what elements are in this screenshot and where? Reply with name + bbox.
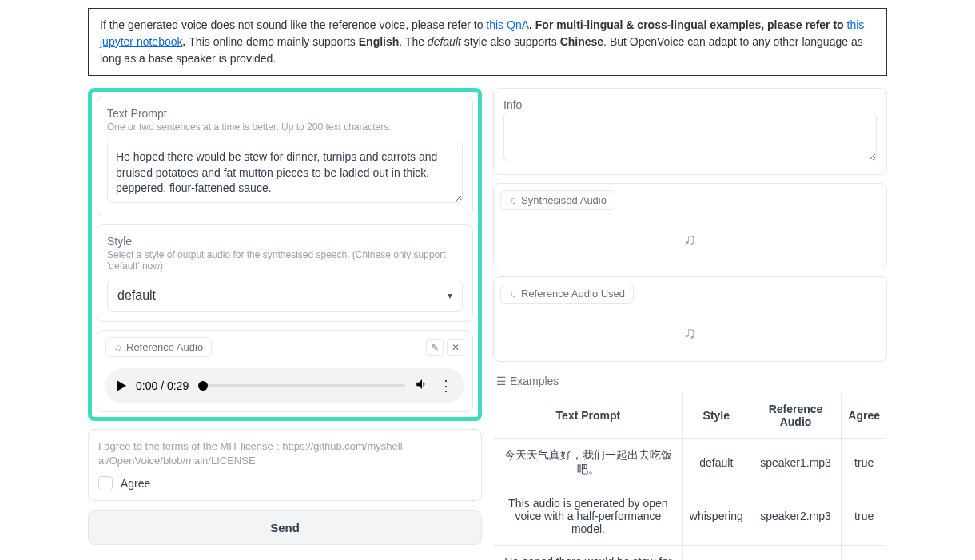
volume-button[interactable] bbox=[415, 377, 429, 395]
reference-audio-used-label: Reference Audio Used bbox=[521, 288, 625, 300]
input-section-highlighted: Text Prompt One or two sentences at a ti… bbox=[88, 88, 482, 421]
info-panel: Info bbox=[493, 88, 887, 175]
info-label: Info bbox=[503, 98, 877, 111]
notice-text: This online demo mainly supports bbox=[189, 35, 358, 48]
style-panel: Style Select a style of output audio for… bbox=[97, 224, 473, 322]
style-hint: Select a style of output audio for the s… bbox=[107, 249, 463, 272]
synthesised-audio-empty: ♫ bbox=[494, 210, 886, 268]
style-select[interactable]: default ▾ bbox=[107, 280, 463, 312]
example-agree bbox=[842, 546, 887, 560]
music-icon: ♫ bbox=[114, 342, 121, 353]
pencil-icon: ✎ bbox=[431, 342, 439, 353]
example-style: whispering bbox=[682, 487, 750, 546]
qna-link[interactable]: this QnA bbox=[486, 18, 529, 31]
music-icon: ♫ bbox=[684, 324, 696, 342]
style-label: Style bbox=[107, 235, 463, 248]
clear-button[interactable]: ✕ bbox=[447, 339, 464, 356]
send-button[interactable]: Send bbox=[88, 510, 482, 545]
notice-banner: If the generated voice does not sound li… bbox=[88, 8, 887, 76]
table-row[interactable]: 今天天气真好，我们一起出去吃饭吧。 default speaker1.mp3 t… bbox=[494, 439, 887, 487]
table-row[interactable]: He hoped there would be stew for bbox=[494, 546, 887, 560]
reference-audio-used-tab: ♫ Reference Audio Used bbox=[500, 284, 634, 304]
music-icon: ♫ bbox=[509, 195, 516, 206]
examples-table: Text Prompt Style Reference Audio Agree … bbox=[493, 392, 887, 560]
examples-header-ref: Reference Audio bbox=[750, 393, 842, 439]
reference-audio-label: Reference Audio bbox=[126, 341, 203, 353]
dots-icon: ⋮ bbox=[439, 378, 453, 394]
example-prompt: 今天天气真好，我们一起出去吃饭吧。 bbox=[494, 439, 683, 487]
close-icon: ✕ bbox=[452, 342, 460, 353]
example-prompt: This audio is generated by open voice wi… bbox=[494, 487, 683, 546]
play-icon bbox=[117, 380, 126, 391]
reference-audio-used-panel: ♫ Reference Audio Used ♫ bbox=[493, 276, 887, 362]
table-row[interactable]: This audio is generated by open voice wi… bbox=[494, 487, 887, 546]
notice-text: . The bbox=[399, 35, 428, 48]
audio-player: 0:00 / 0:29 ⋮ bbox=[105, 368, 464, 403]
notice-text: style also supports bbox=[461, 35, 560, 48]
progress-knob bbox=[198, 381, 208, 391]
play-button[interactable] bbox=[117, 380, 126, 391]
synthesised-audio-tab: ♫ Synthesised Audio bbox=[500, 190, 615, 210]
example-ref: speaker1.mp3 bbox=[750, 439, 842, 487]
example-prompt: He hoped there would be stew for bbox=[494, 546, 683, 560]
examples-label: ☰ Examples bbox=[493, 370, 887, 392]
chevron-down-icon: ▾ bbox=[448, 290, 452, 301]
license-text: I agree to the terms of the MIT license-… bbox=[98, 439, 472, 468]
notice-text: If the generated voice does not sound li… bbox=[100, 18, 486, 31]
synthesised-audio-label: Synthesised Audio bbox=[521, 194, 607, 206]
synthesised-audio-panel: ♫ Synthesised Audio ♫ bbox=[493, 183, 887, 268]
reference-audio-panel: ♫ Reference Audio ✎ ✕ 0:00 / 0:29 bbox=[97, 330, 473, 412]
music-icon: ♫ bbox=[509, 288, 516, 300]
volume-icon bbox=[415, 377, 429, 391]
music-icon: ♫ bbox=[684, 230, 696, 248]
audio-time: 0:00 / 0:29 bbox=[136, 379, 189, 392]
text-prompt-panel: Text Prompt One or two sentences at a ti… bbox=[97, 97, 473, 216]
notice-default: default bbox=[428, 35, 461, 48]
info-textarea[interactable] bbox=[503, 113, 877, 161]
example-style bbox=[682, 546, 750, 560]
notice-chinese: Chinese bbox=[560, 35, 603, 48]
text-prompt-hint: One or two sentences at a time is better… bbox=[107, 121, 463, 133]
example-style: default bbox=[682, 439, 750, 487]
example-agree: true bbox=[842, 487, 887, 546]
examples-header-style: Style bbox=[682, 393, 750, 439]
agree-checkbox[interactable] bbox=[98, 476, 113, 490]
reference-audio-used-empty: ♫ bbox=[494, 304, 886, 361]
example-agree: true bbox=[842, 439, 887, 487]
reference-audio-tab: ♫ Reference Audio bbox=[105, 337, 212, 357]
notice-text: . For multi-lingual & cross-lingual exam… bbox=[529, 18, 847, 31]
example-ref: speaker2.mp3 bbox=[750, 487, 842, 546]
examples-header-agree: Agree bbox=[842, 393, 887, 439]
examples-header-prompt: Text Prompt bbox=[494, 393, 683, 439]
audio-progress-bar[interactable] bbox=[198, 384, 405, 387]
example-ref bbox=[750, 546, 842, 560]
agree-label: Agree bbox=[121, 477, 150, 490]
text-prompt-label: Text Prompt bbox=[107, 107, 463, 120]
text-prompt-input[interactable] bbox=[107, 141, 463, 203]
notice-english: English bbox=[359, 35, 400, 48]
edit-button[interactable]: ✎ bbox=[426, 339, 444, 356]
style-value: default bbox=[117, 288, 156, 303]
license-panel: I agree to the terms of the MIT license-… bbox=[88, 429, 482, 501]
audio-menu-button[interactable]: ⋮ bbox=[439, 379, 453, 393]
